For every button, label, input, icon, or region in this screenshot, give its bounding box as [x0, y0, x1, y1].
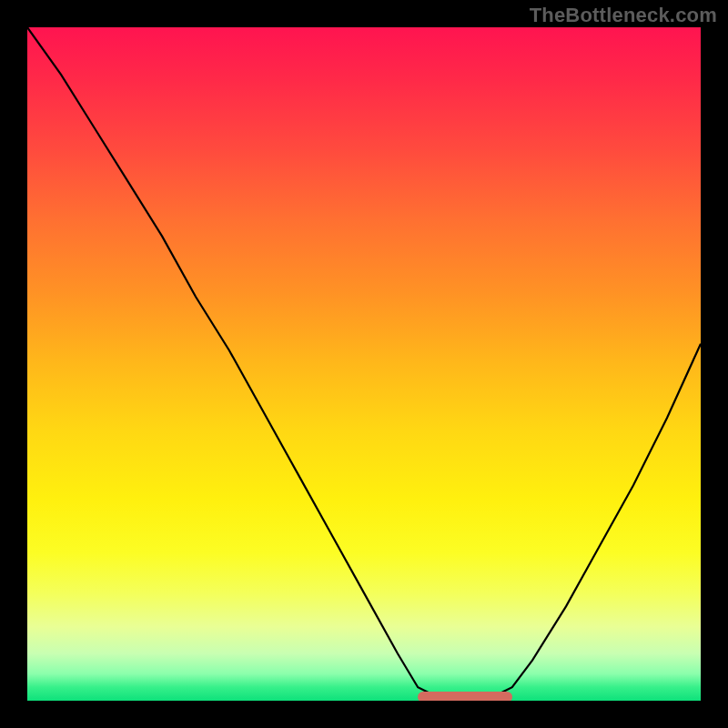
minimum-band	[418, 692, 512, 701]
plot-area	[27, 27, 701, 701]
curve-svg	[27, 27, 701, 701]
chart-frame: TheBottleneck.com	[0, 0, 728, 728]
bottleneck-curve	[27, 27, 701, 701]
watermark-text: TheBottleneck.com	[530, 4, 717, 27]
